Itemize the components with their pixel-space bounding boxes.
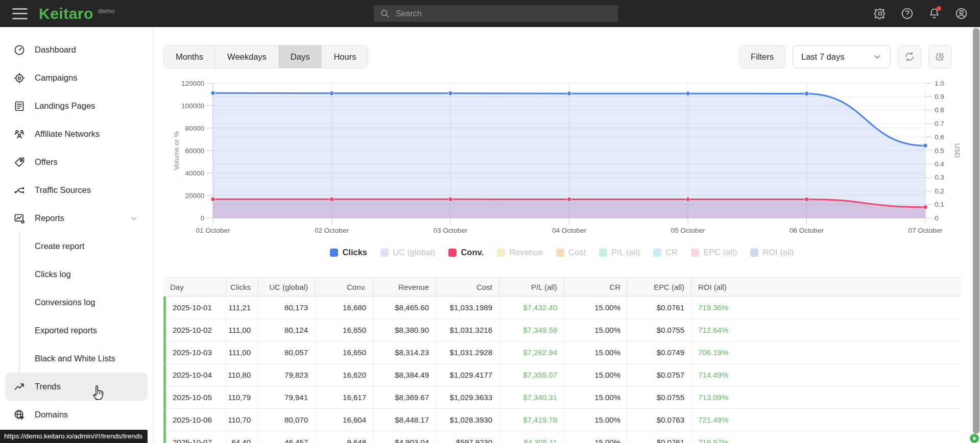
tab-days[interactable]: Days xyxy=(279,45,322,68)
cell-conv-: 16,617 xyxy=(315,386,373,408)
sidebar-subitem-black-and-white-lists[interactable]: Black and White Lists xyxy=(20,344,153,373)
gear-icon[interactable] xyxy=(873,7,887,20)
sidebar-item-label: Trends xyxy=(35,382,61,391)
sidebar-item-trends[interactable]: Trends xyxy=(5,373,148,401)
svg-text:100000: 100000 xyxy=(181,102,204,110)
svg-text:05 October: 05 October xyxy=(671,227,705,234)
scrollbar-thumb[interactable] xyxy=(973,28,979,434)
global-search[interactable] xyxy=(374,5,618,22)
sidebar-subitem-conversions-log[interactable]: Conversions log xyxy=(20,288,153,316)
svg-text:40000: 40000 xyxy=(185,169,204,177)
cell-uc-global-: 80,173 xyxy=(258,297,315,318)
cell-roi-all-: 706.19% xyxy=(691,341,961,363)
sidebar-item-campaigns[interactable]: Campaigns xyxy=(0,64,153,92)
table-row[interactable]: 2025-10-01111,2180,17316,680$8,465.60$1,… xyxy=(163,297,961,319)
cell-revenue: $8,448.17 xyxy=(373,409,436,431)
table-row[interactable]: 2025-10-04110,8079,82316,620$8,384.49$1,… xyxy=(163,364,961,386)
sidebar-subitem-create-report[interactable]: Create report xyxy=(20,232,153,260)
svg-text:0.4: 0.4 xyxy=(935,160,944,168)
column-header-clicks[interactable]: Clicks xyxy=(226,278,258,296)
date-range-value: Last 7 days xyxy=(801,52,844,62)
sidebar-subitem-exported-reports[interactable]: Exported reports xyxy=(20,316,153,344)
sidebar-subitem-clicks-log[interactable]: Clicks log xyxy=(20,260,153,288)
sidebar-item-offers[interactable]: Offers xyxy=(0,148,153,176)
traffic-icon xyxy=(13,184,26,196)
svg-text:04 October: 04 October xyxy=(552,227,586,234)
cell-p-l-all-: $4,305.11 xyxy=(499,431,564,443)
notification-badge xyxy=(937,6,941,11)
cell-p-l-all-: $7,340.31 xyxy=(499,386,564,408)
legend-label: Conv. xyxy=(461,248,484,257)
tab-weekdays[interactable]: Weekdays xyxy=(216,45,279,68)
offers-icon xyxy=(13,156,26,168)
legend-label: ROI (all) xyxy=(762,248,794,257)
svg-text:06 October: 06 October xyxy=(790,227,824,234)
legend-swatch xyxy=(599,249,607,257)
tab-months[interactable]: Months xyxy=(164,45,216,68)
sidebar-item-reports[interactable]: Reports xyxy=(0,204,153,232)
filters-button[interactable]: Filters xyxy=(739,45,785,68)
legend-item-roi-all-[interactable]: ROI (all) xyxy=(750,248,794,257)
cell-cr: 15.00% xyxy=(564,341,628,363)
cell-roi-all-: 712.64% xyxy=(691,319,961,341)
chart-legend: ClicksUC (global)Conv.RevenueCostP/L (al… xyxy=(163,248,961,257)
cell-clicks: 110,70 xyxy=(226,409,258,431)
account-icon[interactable] xyxy=(954,7,968,20)
sidebar-item-dashboard[interactable]: Dashboard xyxy=(0,36,153,64)
svg-text:60000: 60000 xyxy=(185,147,204,155)
legend-label: P/L (all) xyxy=(611,248,640,257)
table-row[interactable]: 2025-10-02111,0080,12416,650$8,380.90$1,… xyxy=(163,319,961,341)
column-header-roi-all-[interactable]: ROI (all) xyxy=(691,278,961,296)
table-row[interactable]: 2025-10-05110,7979,94116,617$8,369.67$1,… xyxy=(163,386,961,409)
cell-uc-global-: 46,457 xyxy=(258,431,315,443)
column-header-cost[interactable]: Cost xyxy=(436,278,499,296)
column-header-uc-global-[interactable]: UC (global) xyxy=(258,278,315,296)
cell-roi-all-: 713.09% xyxy=(691,386,961,408)
legend-label: CR xyxy=(665,248,678,257)
table-row[interactable]: 2025-10-0764,4046,4579,648$4,903.04$597.… xyxy=(163,431,961,443)
sidebar-item-label: Affiliate Networks xyxy=(35,129,100,139)
table-row[interactable]: 2025-10-03111,0080,05716,650$8,314.23$1,… xyxy=(163,341,961,364)
link-preview-url: https://demo.keitaro.io/admin/#!/trends/… xyxy=(4,432,142,440)
column-header-day[interactable]: Day xyxy=(163,278,226,296)
legend-item-uc-global-[interactable]: UC (global) xyxy=(380,248,435,257)
cell-clicks: 111,00 xyxy=(226,341,258,363)
search-input[interactable] xyxy=(396,9,612,18)
column-header-conv-[interactable]: Conv. xyxy=(315,278,373,296)
legend-swatch xyxy=(448,249,457,257)
menu-toggle-icon[interactable] xyxy=(12,8,28,19)
legend-item-conv-[interactable]: Conv. xyxy=(448,248,484,257)
cell-revenue: $8,314.23 xyxy=(373,341,436,363)
tab-hours[interactable]: Hours xyxy=(322,45,368,68)
topbar-actions xyxy=(873,0,968,27)
cell-clicks: 111,00 xyxy=(226,319,258,341)
sidebar-item-domains[interactable]: Domains xyxy=(0,401,153,429)
column-header-p-l-all-[interactable]: P/L (all) xyxy=(499,278,564,296)
sidebar-item-affiliate-networks[interactable]: Affiliate Networks xyxy=(0,120,153,148)
messenger-widget[interactable] xyxy=(970,434,979,443)
help-icon[interactable] xyxy=(900,7,914,20)
legend-item-p-l-all-[interactable]: P/L (all) xyxy=(599,248,640,257)
bell-icon[interactable] xyxy=(927,7,941,20)
sidebar-item-label: Offers xyxy=(35,157,58,167)
cell-epc-all-: $0.0755 xyxy=(628,386,691,408)
sidebar-item-landings-pages[interactable]: Landings Pages xyxy=(0,92,153,120)
column-header-epc-all-[interactable]: EPC (all) xyxy=(628,278,691,296)
sidebar-item-traffic-sources[interactable]: Traffic Sources xyxy=(0,176,153,204)
chart-settings-button[interactable] xyxy=(928,45,952,68)
cell-cr: 15.00% xyxy=(564,364,628,386)
column-header-cr[interactable]: CR xyxy=(564,278,628,296)
legend-item-revenue[interactable]: Revenue xyxy=(497,248,543,257)
legend-swatch xyxy=(556,249,564,257)
cell-p-l-all-: $7,432.40 xyxy=(499,297,564,318)
column-header-revenue[interactable]: Revenue xyxy=(373,278,436,296)
legend-item-epc-all-[interactable]: EPC (all) xyxy=(691,248,737,257)
cell-conv-: 9,648 xyxy=(315,431,373,443)
table-row[interactable]: 2025-10-06110,7080,07016,604$8,448.17$1,… xyxy=(163,409,961,431)
legend-item-cost[interactable]: Cost xyxy=(556,248,586,257)
cell-conv-: 16,650 xyxy=(315,319,373,341)
date-range-select[interactable]: Last 7 days xyxy=(793,45,891,68)
legend-item-cr[interactable]: CR xyxy=(653,248,678,257)
refresh-button[interactable] xyxy=(898,45,921,68)
legend-item-clicks[interactable]: Clicks xyxy=(330,248,367,257)
